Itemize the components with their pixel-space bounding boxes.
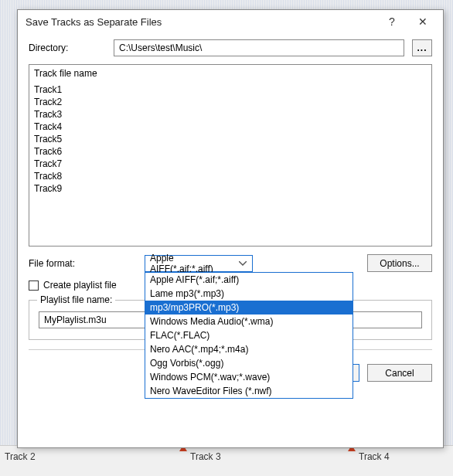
create-playlist-checkbox[interactable] xyxy=(29,280,39,291)
bg-track-label: Track 4 xyxy=(359,451,390,462)
list-item[interactable]: Track9 xyxy=(34,182,427,195)
chevron-down-icon xyxy=(237,261,249,266)
list-item[interactable]: Track1 xyxy=(34,83,427,96)
list-item[interactable]: Track3 xyxy=(34,108,427,121)
bg-track-label: Track 3 xyxy=(190,451,221,462)
help-icon: ? xyxy=(389,15,395,28)
ellipsis-icon: ... xyxy=(417,42,427,53)
directory-input[interactable] xyxy=(114,39,404,56)
list-item[interactable]: Track2 xyxy=(34,96,427,108)
close-icon: ✕ xyxy=(418,15,427,28)
track-listbox[interactable]: Track file name Track1 Track2 Track3 Tra… xyxy=(29,64,432,246)
format-option[interactable]: mp3/mp3PRO(*.mp3) xyxy=(145,301,353,314)
list-item[interactable]: Track8 xyxy=(34,170,427,182)
format-option[interactable]: Apple AIFF(*.aif;*.aiff) xyxy=(145,273,353,287)
format-combobox[interactable]: Apple AIFF(*.aif;*.aiff) Apple AIFF(*.ai… xyxy=(145,255,253,272)
directory-label: Directory: xyxy=(29,42,106,53)
list-item[interactable]: Track4 xyxy=(34,121,427,133)
format-label: File format: xyxy=(29,258,137,269)
close-button[interactable]: ✕ xyxy=(407,11,438,32)
list-item[interactable]: Track7 xyxy=(34,158,427,170)
format-option[interactable]: Lame mp3(*.mp3) xyxy=(145,287,353,301)
cancel-button[interactable]: Cancel xyxy=(367,364,432,382)
list-item[interactable]: Track5 xyxy=(34,133,427,145)
format-option[interactable]: Nero WaveEditor Files (*.nwf) xyxy=(145,384,353,398)
help-button[interactable]: ? xyxy=(376,11,407,32)
titlebar: Save Tracks as Separate Files ? ✕ xyxy=(18,10,443,33)
format-selected-text: Apple AIFF(*.aif;*.aiff) xyxy=(150,253,237,274)
track-list-header: Track file name xyxy=(34,68,427,79)
format-option[interactable]: FLAC(*.FLAC) xyxy=(145,328,353,342)
dialog-title: Save Tracks as Separate Files xyxy=(26,16,376,28)
create-playlist-label: Create playlist file xyxy=(43,280,117,291)
options-button[interactable]: Options... xyxy=(367,254,432,272)
format-option[interactable]: Windows PCM(*.wav;*.wave) xyxy=(145,370,353,384)
list-item[interactable]: Track6 xyxy=(34,145,427,158)
format-dropdown-list[interactable]: Apple AIFF(*.aif;*.aiff) Lame mp3(*.mp3)… xyxy=(145,272,353,399)
browse-button[interactable]: ... xyxy=(412,39,432,56)
background-timeline: Track 2 Track 3 Track 4 xyxy=(0,445,453,476)
directory-row: Directory: ... xyxy=(29,39,432,56)
format-option[interactable]: Windows Media Audio(*.wma) xyxy=(145,314,353,328)
bg-track-label: Track 2 xyxy=(5,451,36,462)
save-tracks-dialog: Save Tracks as Separate Files ? ✕ Direct… xyxy=(17,9,444,448)
playlist-group-label: Playlist file name: xyxy=(37,294,115,305)
format-option[interactable]: Ogg Vorbis(*.ogg) xyxy=(145,356,353,370)
format-row: File format: Apple AIFF(*.aif;*.aiff) Ap… xyxy=(29,254,432,272)
format-option[interactable]: Nero AAC(*.mp4;*.m4a) xyxy=(145,342,353,356)
